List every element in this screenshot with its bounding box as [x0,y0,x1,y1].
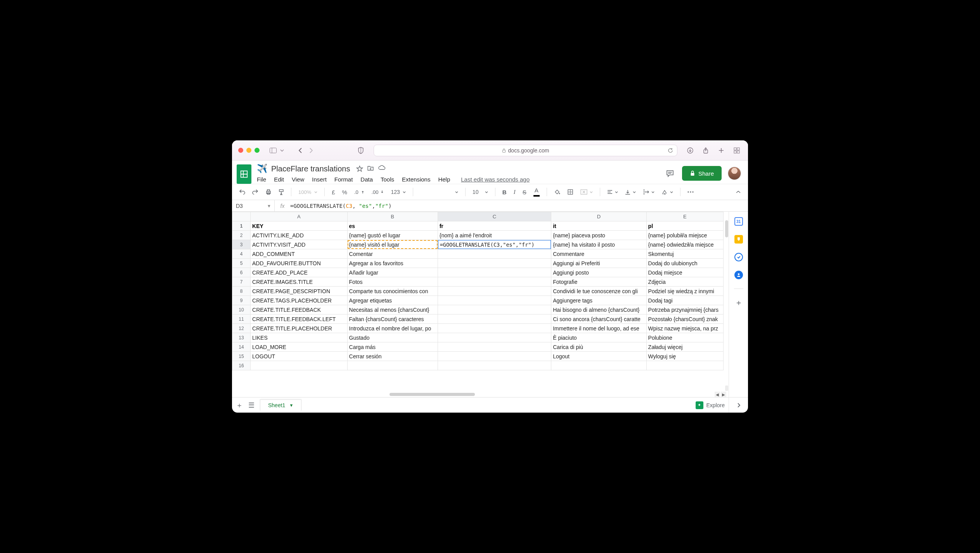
calendar-addon-icon[interactable]: 31 [734,217,743,226]
sidebar-toggle-icon[interactable] [268,145,278,156]
close-window[interactable] [238,148,243,153]
cell[interactable]: Skomentuj [646,249,723,259]
cell[interactable]: Wpisz nazwę miejsca, na prz [646,324,723,333]
row-header[interactable]: 7 [232,277,251,287]
cell[interactable]: Faltan {charsCount} caracteres [347,315,438,324]
cell[interactable]: CREATE.PAGE_DESCRIPTION [251,287,348,296]
cell[interactable] [438,342,551,352]
cell[interactable]: es [347,221,438,231]
row-header[interactable]: 13 [232,333,251,342]
cell[interactable]: Ci sono ancora {charsCount} caratte [551,315,646,324]
cell[interactable] [438,361,551,370]
cell[interactable]: Aggiungi ai Preferiti [551,259,646,268]
cell[interactable]: {name} odwiedził/a miejsce [646,240,723,249]
vertical-scrollbar[interactable] [725,220,728,237]
cell[interactable]: Carica di più [551,342,646,352]
row-header[interactable]: 2 [232,231,251,240]
maximize-window[interactable] [255,148,260,153]
cell[interactable]: LOGOUT [251,352,348,361]
fill-color-button[interactable] [552,188,563,196]
cell[interactable]: {nom} a aimé l'endroit [438,231,551,240]
cell[interactable] [438,352,551,361]
strikethrough-button[interactable]: S [520,187,529,197]
cell[interactable]: Pozostało {charsCount} znak [646,315,723,324]
formula-input[interactable]: =GOOGLETRANSLATE(C3, "es","fr") [290,203,748,209]
tasks-addon-icon[interactable] [734,253,743,261]
cell[interactable]: Aggiungi posto [551,268,646,277]
print-button[interactable] [263,187,274,197]
horizontal-align-button[interactable] [605,188,620,196]
cell[interactable] [438,333,551,342]
text-rotation-button[interactable] [659,188,675,196]
cell[interactable] [347,361,438,370]
share-button[interactable]: Share [682,166,722,181]
row-header[interactable]: 6 [232,268,251,277]
collapse-toolbar-button[interactable] [733,189,743,195]
row-header[interactable]: 12 [232,324,251,333]
cell[interactable] [438,315,551,324]
font-size-select[interactable]: 10 [470,187,490,197]
percent-button[interactable]: % [340,187,350,197]
merge-cells-button[interactable] [578,188,595,196]
cell[interactable]: Dodaj miejsce [646,268,723,277]
menu-file[interactable]: File [257,176,266,183]
row-header[interactable]: 8 [232,287,251,296]
cell[interactable]: CREATE.TAGS.PLACEHOLDER [251,296,348,305]
col-header-d[interactable]: D [551,212,646,221]
sidebar-dropdown-icon[interactable] [279,145,285,156]
cell[interactable]: CREATE.TITLE.FEEDBACK [251,305,348,315]
currency-button[interactable]: £ [329,187,337,197]
vertical-scrollbar-bottom[interactable] [725,385,728,391]
cell-editor[interactable]: =GOOGLETRANSLATE(C3, "es","fr") [438,240,551,249]
row-header[interactable]: 16 [232,361,251,370]
doc-title[interactable]: PlaceFlare translations [271,164,350,173]
cell[interactable] [438,277,551,287]
col-header-a[interactable]: A [251,212,348,221]
cell[interactable]: Wyloguj się [646,352,723,361]
cell[interactable]: Commentare [551,249,646,259]
explore-button[interactable]: ✦ Explore [696,401,725,409]
cell[interactable]: ACTIVITY.LIKE_ADD [251,231,348,240]
hide-sidepanel-button[interactable] [729,397,748,413]
col-header-c[interactable]: C [438,212,551,221]
cell[interactable]: ADD_FAVOURITE.BUTTON [251,259,348,268]
cell[interactable]: LOAD_MORE [251,342,348,352]
menu-view[interactable]: View [292,176,304,183]
cell[interactable]: Logout [551,352,646,361]
cell[interactable]: Polubione [646,333,723,342]
cell[interactable]: Potrzeba przynajmniej {chars [646,305,723,315]
cell[interactable]: Załaduj więcej [646,342,723,352]
cell[interactable]: Gustado [347,333,438,342]
star-icon[interactable] [356,165,363,172]
undo-button[interactable] [237,188,248,196]
select-all-corner[interactable] [232,212,251,221]
italic-button[interactable]: I [511,187,518,197]
cell[interactable]: ACTIVITY.VISIT_ADD [251,240,348,249]
cell[interactable]: CREATE.TITLE.FEEDBACK.LEFT [251,315,348,324]
sheets-logo-icon[interactable] [237,164,251,184]
cell[interactable]: fr [438,221,551,231]
cell[interactable]: CREATE.TITLE.PLACEHOLDER [251,324,348,333]
paint-format-button[interactable] [276,187,286,197]
row-header[interactable]: 14 [232,342,251,352]
back-button[interactable] [295,145,305,156]
row-header[interactable]: 9 [232,296,251,305]
increase-decimal-button[interactable]: .00 [369,188,386,197]
tabs-overview-icon[interactable] [732,145,742,156]
cell[interactable]: Immettere il nome del luogo, ad ese [551,324,646,333]
address-bar[interactable]: docs.google.com [374,145,677,156]
cell[interactable]: ADD_COMMENT [251,249,348,259]
minimize-window[interactable] [246,148,251,153]
cell[interactable]: pl [646,221,723,231]
reload-icon[interactable] [668,148,673,153]
cell[interactable]: Añadir lugar [347,268,438,277]
menu-edit[interactable]: Edit [274,176,284,183]
name-box[interactable]: D3 ▼ [232,200,275,211]
account-avatar[interactable] [728,167,741,180]
menu-tools[interactable]: Tools [381,176,394,183]
number-format-select[interactable]: 123 [388,187,408,197]
sheet-tab-1[interactable]: Sheet1 ▼ [260,399,301,411]
cell[interactable]: Hai bisogno di almeno {charsCount} [551,305,646,315]
cell[interactable] [438,268,551,277]
col-header-b[interactable]: B [347,212,438,221]
